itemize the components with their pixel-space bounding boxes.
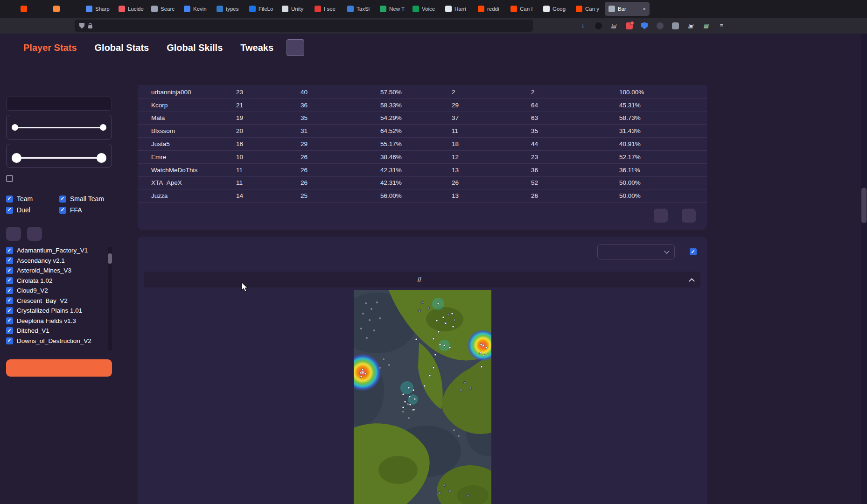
nav-link[interactable]: Global Stats: [95, 42, 149, 53]
maps-list[interactable]: Adamantium_Factory_V1 Ascendancy v2.1 As…: [6, 247, 112, 350]
info-button[interactable]: [287, 39, 304, 56]
browser-tab[interactable]: types: [213, 2, 245, 16]
player-count-min-handle[interactable]: [12, 153, 21, 163]
map-accordion-row[interactable]: //: [144, 272, 700, 287]
container-icon[interactable]: ▣: [686, 21, 695, 30]
search-button[interactable]: [6, 359, 112, 377]
table-row[interactable]: Justa5 16 29 55.17% 18 44 40.91%: [138, 138, 707, 151]
lock-icon[interactable]: [88, 25, 92, 28]
map-image: [354, 290, 491, 504]
map-checkbox-item[interactable]: Cloud9_V2: [6, 287, 105, 294]
map-checkbox-item[interactable]: Adamantium_Factory_V1: [6, 247, 105, 254]
library-icon[interactable]: ▤: [609, 21, 618, 30]
table-row[interactable]: Mala 19 35 54.29% 37 63 58.73%: [138, 112, 707, 125]
map-checkbox-item[interactable]: Cirolata 1.02: [6, 277, 105, 284]
player-name-input[interactable]: [6, 97, 112, 111]
extension-dark-icon[interactable]: [656, 21, 664, 30]
map-checkbox-item[interactable]: Asteroid_Mines_V3: [6, 267, 105, 274]
browser-tab[interactable]: Can y: [572, 2, 605, 16]
map-checkbox[interactable]: [6, 317, 13, 324]
combine-versions-checkbox[interactable]: [690, 248, 697, 255]
grid-extension-icon[interactable]: ▦: [702, 21, 710, 30]
table-row[interactable]: XTA_ApeX 11 26 42.31% 26 52 50.00%: [138, 177, 707, 190]
browser-tab[interactable]: Unity: [278, 2, 311, 16]
combine-versions-row[interactable]: [690, 248, 700, 255]
browser-tab[interactable]: Kevin: [180, 2, 213, 16]
type-checkbox-item[interactable]: FFA: [59, 206, 112, 214]
date-slider-min-handle[interactable]: [12, 124, 18, 131]
browser-tab[interactable]: TaxSl: [343, 2, 376, 16]
map-checkbox-item[interactable]: Crystallized Plains 1.01: [6, 307, 105, 314]
include-unranked-checkbox[interactable]: [6, 175, 13, 182]
include-unranked-row[interactable]: [6, 175, 112, 182]
type-checkbox[interactable]: [6, 207, 13, 214]
tracking-protection-shield-icon[interactable]: [79, 23, 84, 29]
type-checkbox-item[interactable]: Small Team: [59, 195, 112, 203]
map-checkbox[interactable]: [6, 337, 13, 344]
type-checkbox-item[interactable]: Duel: [6, 206, 59, 214]
browser-tab[interactable]: Goog: [539, 2, 572, 16]
table-row[interactable]: Blxssom 20 31 64.52% 11 35 31.43%: [138, 125, 707, 138]
map-sort-select[interactable]: [597, 244, 675, 259]
table-row[interactable]: Emre 10 26 38.46% 12 23 52.17%: [138, 151, 707, 164]
new-tab-button[interactable]: [656, 8, 662, 9]
map-checkbox[interactable]: [6, 267, 13, 274]
collapse-chevron-up-icon[interactable]: [689, 278, 695, 284]
browser-tab[interactable]: I see: [311, 2, 343, 16]
browser-tab[interactable]: [49, 2, 82, 16]
map-checkbox[interactable]: [6, 307, 13, 314]
nav-link[interactable]: Tweaks: [240, 42, 273, 53]
main-content: urbanninja000 23 40 57.50% 2 2 100.00% K…: [138, 85, 707, 504]
map-checkbox-item[interactable]: Downs_of_Destruction_V2: [6, 337, 105, 344]
nav-link[interactable]: Global Skills: [167, 42, 223, 53]
browser-tab[interactable]: FileLo: [245, 2, 278, 16]
page-scrollbar-thumb[interactable]: [861, 188, 867, 223]
puzzle-extension-icon[interactable]: [671, 21, 679, 30]
browser-tab[interactable]: Voice: [409, 2, 441, 16]
nav-link[interactable]: Player Stats: [23, 42, 77, 53]
type-checkbox-item[interactable]: Team: [6, 195, 59, 203]
menu-icon[interactable]: ≡: [717, 21, 726, 30]
type-checkbox[interactable]: [59, 207, 66, 214]
shield-extension-icon[interactable]: [640, 21, 649, 30]
map-checkbox[interactable]: [6, 327, 13, 334]
map-checkbox-item[interactable]: Ascendancy v2.1: [6, 257, 105, 264]
extension-red-icon[interactable]: [625, 21, 633, 30]
browser-tab[interactable]: New T: [376, 2, 409, 16]
download-icon[interactable]: ↓: [579, 21, 587, 30]
table-row[interactable]: Juzza 14 25 56.00% 13 26 50.00%: [138, 189, 707, 203]
browser-tab[interactable]: [17, 2, 49, 16]
browser-tab[interactable]: Harri: [441, 2, 474, 16]
next-page-button[interactable]: [682, 209, 696, 223]
prev-page-button[interactable]: [654, 209, 668, 223]
player-count-max-handle[interactable]: [97, 153, 106, 163]
browser-tab[interactable]: Can I: [507, 2, 539, 16]
map-checkbox[interactable]: [6, 277, 13, 284]
table-row[interactable]: urbanninja000 23 40 57.50% 2 2 100.00%: [138, 86, 707, 99]
tab-close-icon[interactable]: ×: [643, 6, 646, 12]
map-checkbox[interactable]: [6, 287, 13, 294]
browser-tab[interactable]: reddi: [474, 2, 507, 16]
address-bar[interactable]: [75, 20, 533, 32]
map-checkbox-item[interactable]: Crescent_Bay_V2: [6, 297, 105, 304]
browser-tab[interactable]: Searc: [147, 2, 180, 16]
table-row[interactable]: WatchMeDoThis 11 26 42.31% 13 36 36.11%: [138, 164, 707, 177]
browser-tab[interactable]: Lucide: [115, 2, 147, 16]
type-checkbox[interactable]: [59, 196, 66, 203]
map-checkbox[interactable]: [6, 297, 13, 304]
type-checkbox[interactable]: [6, 196, 13, 203]
page-scrollbar[interactable]: [861, 34, 867, 504]
map-checkbox[interactable]: [6, 257, 13, 264]
maps-list-scrollbar-thumb[interactable]: [108, 253, 112, 264]
browser-tab[interactable]: Sharp: [82, 2, 115, 16]
tab-favicon-icon: [315, 6, 321, 12]
uncheck-all-button[interactable]: [27, 227, 42, 241]
table-row[interactable]: Kcorp 21 36 58.33% 29 64 45.31%: [138, 99, 707, 112]
map-checkbox-item[interactable]: Deeploria Fields v1.3: [6, 317, 105, 324]
map-checkbox-item[interactable]: Ditched_V1: [6, 327, 105, 334]
account-icon[interactable]: [594, 21, 602, 30]
browser-tab[interactable]: Bar ×: [605, 2, 650, 16]
date-slider-max-handle[interactable]: [100, 124, 106, 131]
check-all-button[interactable]: [6, 227, 21, 241]
map-checkbox[interactable]: [6, 247, 13, 254]
